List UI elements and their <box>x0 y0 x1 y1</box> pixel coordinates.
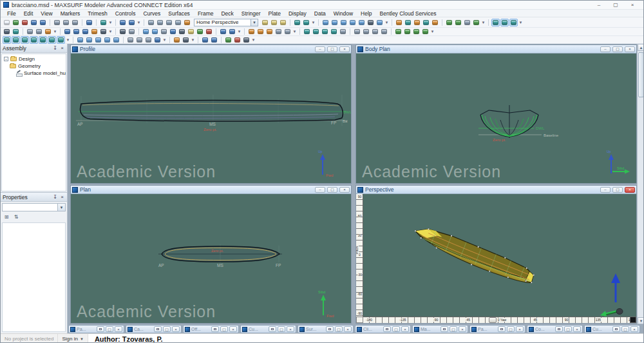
sort-az-icon[interactable]: ⇅ <box>12 213 20 220</box>
toolbar-icon[interactable] <box>283 28 292 35</box>
toolbar-icon[interactable] <box>509 19 518 26</box>
toolbar-icon[interactable] <box>30 19 38 26</box>
menu-item-file[interactable]: File <box>3 10 20 17</box>
toolbar-icon[interactable] <box>454 19 462 26</box>
dropdown-arrow-icon[interactable]: ▼ <box>251 38 256 42</box>
restore-button[interactable] <box>612 326 620 332</box>
close-button[interactable]: × <box>573 326 581 332</box>
toolbar-icon[interactable] <box>85 36 93 44</box>
minimized-window[interactable]: Sur...▢× <box>298 325 354 333</box>
menu-item-trimesh[interactable]: Trimesh <box>84 10 111 17</box>
toolbar-icon[interactable] <box>187 28 195 35</box>
window-titlebar[interactable]: bracciano.msd - MAXSURF Modeler Advanced… <box>1 1 643 10</box>
pin-icon[interactable]: ↧ <box>52 45 58 51</box>
dropdown-arrow-icon[interactable]: ▼ <box>108 30 113 34</box>
toolbar-icon[interactable] <box>183 19 191 26</box>
sign-in-button[interactable]: Sign in▼ <box>58 334 88 343</box>
dropdown-arrow-icon[interactable]: ▼ <box>237 30 242 34</box>
toolbar-icon[interactable] <box>394 28 402 35</box>
tree-item-design[interactable]: -Design <box>3 55 65 63</box>
toolbar-icon[interactable] <box>422 19 430 26</box>
toolbar-icon[interactable] <box>353 28 361 35</box>
toolbar-icon[interactable] <box>21 36 29 44</box>
minimized-window[interactable]: Cu...▢× <box>584 325 640 333</box>
toolbar-icon[interactable] <box>90 28 99 35</box>
menu-item-data[interactable]: Data <box>310 10 330 17</box>
scroll-down-icon[interactable]: ▼ <box>638 317 644 324</box>
scrollbar-thumb[interactable] <box>638 52 644 97</box>
toolbar-icon[interactable] <box>330 19 339 26</box>
toolbar-icon[interactable] <box>156 19 164 26</box>
close-button[interactable]: × <box>287 326 294 332</box>
close-button[interactable]: × <box>630 326 638 332</box>
plan-canvas[interactable]: AP MS FP Zero pt. Stbd Fwd Academic Vers… <box>71 194 351 323</box>
toolbar-icon[interactable] <box>118 28 127 35</box>
toolbar-icon[interactable] <box>421 28 430 35</box>
toolbar-icon[interactable] <box>210 36 218 44</box>
chevron-down-icon[interactable]: ▼ <box>251 19 258 26</box>
dropdown-arrow-icon[interactable]: ▼ <box>108 21 113 24</box>
toolbar-icon[interactable] <box>413 19 421 26</box>
toolbar-icon[interactable] <box>147 19 155 26</box>
toolbar-icon[interactable] <box>312 28 320 35</box>
maximize-button[interactable]: ▢ <box>106 326 113 332</box>
toolbar-icon[interactable] <box>12 19 20 26</box>
categorize-icon[interactable]: ⊞ <box>3 213 10 220</box>
toolbar-icon[interactable] <box>142 28 150 35</box>
menu-item-surfaces[interactable]: Surfaces <box>164 10 194 17</box>
toolbar-icon[interactable] <box>3 28 11 35</box>
restore-button[interactable] <box>154 326 162 332</box>
properties-object-select[interactable]: ▼ <box>2 203 66 211</box>
toolbar-icon[interactable] <box>112 36 120 44</box>
tree-item-surface-model_hull[interactable]: Surface model_hull <box>3 70 65 77</box>
maximize-view-button[interactable]: ▢ <box>612 46 623 52</box>
toolbar-icon[interactable] <box>339 28 347 35</box>
minimized-window[interactable]: Cu...▢× <box>240 325 296 333</box>
yaw-slider-thumb[interactable] <box>489 317 497 323</box>
toolbar-icon[interactable] <box>21 19 29 26</box>
toolbar-icon[interactable] <box>144 36 153 44</box>
close-button[interactable]: × <box>172 326 180 332</box>
profile-titlebar[interactable]: Profile – ▢ × <box>71 45 351 54</box>
dropdown-arrow-icon[interactable]: ▼ <box>191 38 195 42</box>
toolbar-icon[interactable] <box>81 28 90 35</box>
menu-item-help[interactable]: Help <box>357 10 375 17</box>
restore-button[interactable] <box>97 326 104 332</box>
toolbar-icon[interactable] <box>219 28 227 35</box>
menu-item-controls[interactable]: Controls <box>111 10 140 17</box>
toolbar-icon[interactable] <box>412 28 421 35</box>
mdi-scrollbar[interactable]: ▲ ▼ <box>637 44 644 324</box>
minimize-view-button[interactable]: – <box>315 46 325 52</box>
toolbar-icon[interactable] <box>445 19 453 26</box>
toolbar-icon[interactable] <box>380 28 388 35</box>
close-button[interactable]: × <box>344 326 352 332</box>
toolbar-icon[interactable] <box>375 19 384 26</box>
close-button[interactable]: × <box>624 1 641 9</box>
minimize-view-button[interactable]: – <box>315 187 325 193</box>
toolbar-icon[interactable] <box>12 36 20 44</box>
toolbar-icon[interactable] <box>348 19 357 26</box>
toolbar-icon[interactable] <box>53 19 61 26</box>
minimized-window[interactable]: Off...▢× <box>183 325 239 333</box>
toolbar-icon[interactable] <box>491 19 500 26</box>
toolbar-icon[interactable] <box>247 28 256 35</box>
toolbar-icon[interactable] <box>44 28 52 35</box>
tree-item-geometry[interactable]: Geometry <box>3 63 65 70</box>
restore-button[interactable] <box>555 326 563 332</box>
restore-button[interactable] <box>440 326 448 332</box>
close-view-button[interactable]: × <box>339 46 350 52</box>
toolbar-icon[interactable] <box>228 28 236 35</box>
dropdown-arrow-icon[interactable]: ▼ <box>53 30 57 34</box>
toolbar-icon[interactable] <box>94 36 102 44</box>
toolbar-icon[interactable] <box>321 19 330 26</box>
toolbar-icon[interactable] <box>63 28 71 35</box>
toolbar-icon[interactable] <box>196 28 204 35</box>
minimize-button[interactable]: – <box>591 1 607 9</box>
maximize-button[interactable]: ▢ <box>220 326 228 332</box>
toolbar-icon[interactable] <box>403 28 412 35</box>
toolbar-icon[interactable] <box>62 19 70 26</box>
close-button[interactable]: × <box>401 326 409 332</box>
body-plan-titlebar[interactable]: Body Plan – ▢ × <box>356 45 636 54</box>
plan-titlebar[interactable]: Plan – ▢ × <box>71 186 351 194</box>
close-button[interactable]: × <box>115 326 122 332</box>
